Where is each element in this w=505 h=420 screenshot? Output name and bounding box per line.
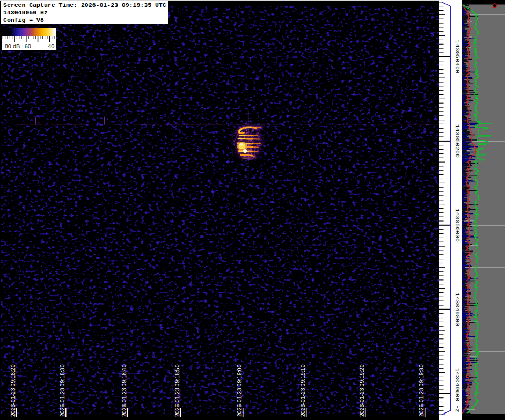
svg-text:143050400: 143050400: [454, 40, 461, 73]
svg-text:2026-01-23 09:19:00: 2026-01-23 09:19:00: [236, 364, 243, 417]
svg-text:2026-01-23 09:19:10: 2026-01-23 09:19:10: [299, 364, 306, 417]
svg-text:143049600: 143049600: [454, 368, 461, 401]
svg-text:2026-01-23 09:18:50: 2026-01-23 09:18:50: [174, 364, 180, 417]
svg-text:2026-01-23 09:18:30: 2026-01-23 09:18:30: [59, 364, 65, 417]
svg-text:Hz: Hz: [454, 405, 461, 412]
svg-text:2026-01-23 09:18:40: 2026-01-23 09:18:40: [121, 364, 127, 417]
svg-text:143049800: 143049800: [454, 293, 461, 326]
svg-text:143050000: 143050000: [454, 209, 461, 242]
svg-text:2026-01-23 09:18:20: 2026-01-23 09:18:20: [10, 364, 16, 417]
svg-text:2026-01-23 09:19:30: 2026-01-23 09:19:30: [418, 364, 425, 417]
svg-text:143050200: 143050200: [454, 124, 461, 158]
svg-text:2026-01-23 09:19:20: 2026-01-23 09:19:20: [358, 364, 365, 417]
